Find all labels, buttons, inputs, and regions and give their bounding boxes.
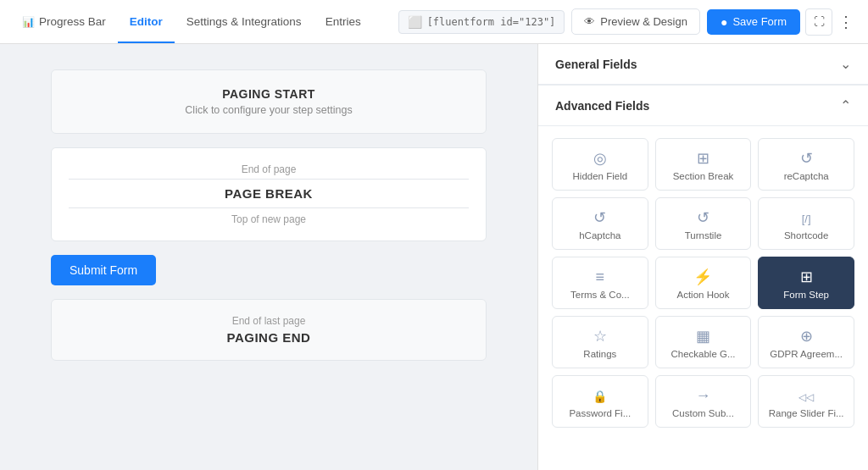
submit-form-button[interactable]: Submit Form xyxy=(51,255,156,285)
action-hook-icon xyxy=(693,269,712,285)
shortcode-label: Shortcode xyxy=(764,230,849,241)
paging-start-subtitle: Click to configure your step settings xyxy=(69,104,469,116)
action-hook-label: Action Hook xyxy=(661,290,746,300)
paging-end-title: PAGING END xyxy=(69,330,469,345)
nav-settings[interactable]: Settings & Integrations xyxy=(175,0,314,43)
field-item-checkable-g[interactable]: Checkable G... xyxy=(655,316,752,368)
field-item-hidden-field[interactable]: Hidden Field xyxy=(552,138,648,191)
gdpr-agreem-icon xyxy=(800,329,813,344)
right-sidebar: General Fields ⌄ Advanced Fields ⌃ Hidde… xyxy=(537,44,868,470)
nav-entries[interactable]: Entries xyxy=(314,0,373,43)
general-fields-chevron: ⌄ xyxy=(840,56,851,72)
hcaptcha-label: hCaptcha xyxy=(558,230,643,241)
field-item-ratings[interactable]: Ratings xyxy=(552,316,648,368)
hidden-field-icon xyxy=(593,151,607,166)
page-break-card[interactable]: End of page PAGE BREAK Top of new page xyxy=(51,147,487,241)
form-step-icon xyxy=(800,269,813,285)
expand-button[interactable]: ⛶ xyxy=(805,8,832,36)
recaptcha-label: reCaptcha xyxy=(764,171,849,181)
password-fi-label: Password Fi... xyxy=(558,408,643,418)
advanced-fields-header[interactable]: Advanced Fields ⌃ xyxy=(538,85,868,126)
main-content: PAGING START Click to configure your ste… xyxy=(0,44,868,470)
turnstile-label: Turnstile xyxy=(661,230,746,241)
ratings-icon xyxy=(593,329,607,344)
paging-end-top-label: End of last page xyxy=(69,315,469,327)
shortcode-badge[interactable]: ⬜ [fluentform id="123"] xyxy=(398,10,565,34)
hidden-field-label: Hidden Field xyxy=(558,171,643,181)
more-options-button[interactable]: ⋮ xyxy=(834,8,858,36)
submit-area: Submit Form xyxy=(51,255,487,285)
ratings-label: Ratings xyxy=(558,349,643,359)
form-step-label: Form Step xyxy=(764,290,849,300)
field-item-section-break[interactable]: Section Break xyxy=(655,138,752,191)
recaptcha-icon xyxy=(800,151,813,166)
field-item-recaptcha[interactable]: reCaptcha xyxy=(758,138,854,191)
nav-progress-bar[interactable]: 📊 Progress Bar xyxy=(10,0,118,43)
gdpr-agreem-label: GDPR Agreem... xyxy=(764,349,849,359)
section-break-icon xyxy=(697,151,709,166)
field-item-gdpr-agreem[interactable]: GDPR Agreem... xyxy=(758,316,854,368)
terms-co-icon xyxy=(596,269,605,285)
checkable-g-label: Checkable G... xyxy=(661,349,746,359)
turnstile-icon xyxy=(697,210,709,225)
advanced-fields-grid: Hidden FieldSection BreakreCaptchahCaptc… xyxy=(538,126,868,440)
hcaptcha-icon xyxy=(593,210,606,225)
save-form-button[interactable]: ● Save Form xyxy=(707,9,800,35)
range-slider-fi-label: Range Slider Fi... xyxy=(764,408,849,418)
paging-end-section: End of last page PAGING END xyxy=(52,300,486,360)
custom-sub-icon xyxy=(695,388,710,403)
field-item-password-fi[interactable]: Password Fi... xyxy=(552,375,648,428)
field-item-range-slider-fi[interactable]: Range Slider Fi... xyxy=(758,375,854,428)
editor-area: PAGING START Click to configure your ste… xyxy=(0,44,537,470)
terms-co-label: Terms & Co... xyxy=(558,290,643,300)
page-break-title: PAGE BREAK xyxy=(69,186,469,201)
paging-start-title: PAGING START xyxy=(69,87,469,101)
nav-editor[interactable]: Editor xyxy=(118,0,175,43)
field-item-shortcode[interactable]: Shortcode xyxy=(758,197,854,250)
advanced-fields-chevron: ⌃ xyxy=(840,97,851,113)
paging-start-section: PAGING START Click to configure your ste… xyxy=(52,70,486,133)
paging-start-card[interactable]: PAGING START Click to configure your ste… xyxy=(51,69,487,134)
general-fields-title: General Fields xyxy=(555,58,637,71)
field-item-terms-co[interactable]: Terms & Co... xyxy=(552,257,648,309)
preview-design-button[interactable]: 👁 Preview & Design xyxy=(571,8,700,35)
section-break-label: Section Break xyxy=(661,171,746,181)
password-fi-icon xyxy=(593,388,607,403)
range-slider-fi-icon xyxy=(798,388,814,403)
field-item-form-step[interactable]: Form Step xyxy=(758,257,854,309)
field-item-custom-sub[interactable]: Custom Sub... xyxy=(655,375,752,428)
save-icon: ● xyxy=(721,15,727,29)
page-break-bottom-label: Top of new page xyxy=(69,213,469,225)
custom-sub-label: Custom Sub... xyxy=(661,408,746,418)
eye-icon: 👁 xyxy=(584,15,595,28)
field-item-turnstile[interactable]: Turnstile xyxy=(655,197,752,250)
paging-end-card[interactable]: End of last page PAGING END xyxy=(51,299,487,361)
checkable-g-icon xyxy=(696,329,710,344)
progress-bar-icon: 📊 xyxy=(22,16,35,28)
top-navigation: 📊 Progress Bar Editor Settings & Integra… xyxy=(0,0,868,44)
general-fields-header[interactable]: General Fields ⌄ xyxy=(538,44,868,85)
advanced-fields-title: Advanced Fields xyxy=(555,99,649,113)
field-item-hcaptcha[interactable]: hCaptcha xyxy=(552,197,648,250)
expand-icon: ⛶ xyxy=(814,15,825,28)
page-break-section: End of page PAGE BREAK Top of new page xyxy=(52,148,486,241)
shortcode-icon: ⬜ xyxy=(408,15,422,29)
field-item-action-hook[interactable]: Action Hook xyxy=(655,257,752,309)
shortcode-icon xyxy=(802,210,811,225)
page-break-top-label: End of page xyxy=(69,163,469,175)
dots-icon: ⋮ xyxy=(838,13,854,31)
